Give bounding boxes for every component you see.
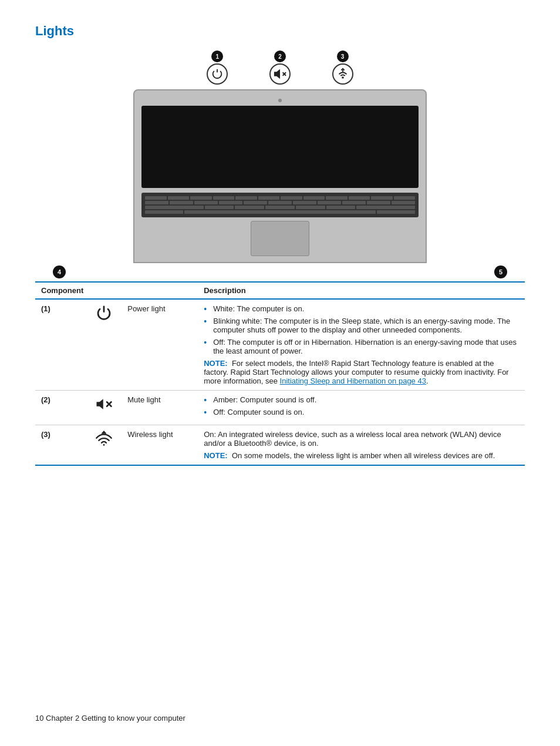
svg-point-8: [103, 444, 105, 446]
col-header-description: Description: [198, 282, 525, 299]
page-title: Lights: [35, 23, 525, 39]
callout-1: 1: [211, 51, 223, 62]
wireless-icon: [332, 63, 353, 85]
icon-item-1: 1: [207, 51, 228, 85]
row-num-1: (1): [35, 299, 89, 391]
row-name-power: Power light: [122, 299, 198, 391]
row-desc-wireless: On: An integrated wireless device, such …: [198, 425, 525, 466]
icon-item-2: 2: [269, 51, 291, 85]
row-icon-mute: [89, 391, 122, 425]
col-header-name: [122, 282, 198, 299]
row-icon-wireless: [89, 425, 122, 466]
power-icon: [207, 63, 228, 85]
icon-item-3: 3: [332, 51, 353, 85]
callout-5: 5: [494, 266, 507, 278]
page-footer: 10 Chapter 2 Getting to know your comput…: [35, 714, 185, 723]
keyboard-area: [141, 193, 419, 217]
lights-table: Component Description (1) Power light Wh…: [35, 281, 525, 466]
wireless-note-label: NOTE:: [204, 451, 232, 460]
row-desc-power: White: The computer is on. Blinking whit…: [198, 299, 525, 391]
table-row-mute: (2) Mute light Amber: Computer sound is …: [35, 391, 525, 425]
callout-item-4: 4: [53, 266, 66, 278]
top-icons-row: 1 2 3: [186, 51, 374, 85]
svg-marker-0: [275, 70, 279, 78]
wireless-plain: On: An integrated wireless device, such …: [204, 430, 519, 448]
laptop-screen: [141, 106, 419, 188]
table-row-power: (1) Power light White: The computer is o…: [35, 299, 525, 391]
callout-2: 2: [274, 51, 286, 62]
power-bullet-1: White: The computer is on.: [204, 304, 519, 313]
power-bullet-3: Off: The computer is off or in Hibernati…: [204, 338, 519, 355]
sleep-link[interactable]: Initiating Sleep and Hibernation on page…: [280, 377, 426, 385]
power-note: NOTE: For select models, the Intel® Rapi…: [204, 359, 519, 385]
row-num-2: (2): [35, 391, 89, 425]
bottom-callouts: 4 5: [35, 266, 525, 278]
row-name-wireless: Wireless light: [122, 425, 198, 466]
laptop-top-section: [133, 89, 427, 263]
diagram-section: 1 2 3: [35, 51, 525, 278]
mute-bullet-2: Off: Computer sound is on.: [204, 408, 519, 416]
col-header-component: Component: [35, 282, 89, 299]
wireless-note: NOTE: On some models, the wireless light…: [204, 451, 519, 460]
power-bullet-2: Blinking white: The computer is in the S…: [204, 317, 519, 334]
svg-marker-5: [97, 399, 103, 409]
row-desc-mute: Amber: Computer sound is off. Off: Compu…: [198, 391, 525, 425]
touchpad: [251, 221, 309, 256]
mute-icon: [269, 63, 291, 85]
table-row-wireless: (3) Wireless light On: An integrated wir…: [35, 425, 525, 466]
laptop-diagram: [133, 89, 427, 263]
svg-point-3: [342, 77, 343, 78]
col-header-icon: [89, 282, 122, 299]
callout-3: 3: [337, 51, 349, 62]
power-bullet-list: White: The computer is on. Blinking whit…: [204, 304, 519, 355]
row-num-3: (3): [35, 425, 89, 466]
row-icon-power: [89, 299, 122, 391]
power-note-label: NOTE:: [204, 359, 232, 368]
mute-bullet-1: Amber: Computer sound is off.: [204, 395, 519, 404]
mute-bullet-list: Amber: Computer sound is off. Off: Compu…: [204, 395, 519, 416]
callout-item-5: 5: [494, 266, 507, 278]
callout-4: 4: [53, 266, 66, 278]
row-name-mute: Mute light: [122, 391, 198, 425]
